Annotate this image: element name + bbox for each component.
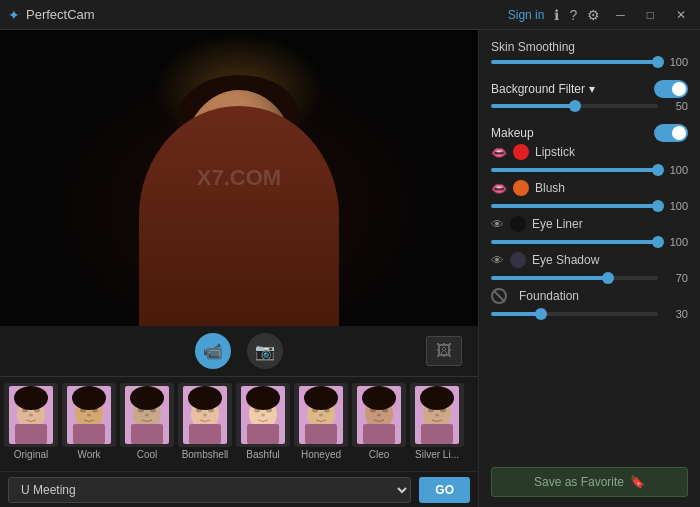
- save-favorite-label: Save as Favorite: [534, 475, 624, 489]
- help-icon[interactable]: ?: [569, 7, 577, 23]
- eye-shadow-icon: 👁: [491, 253, 504, 268]
- video-area: X7.COM: [0, 30, 478, 326]
- photo-camera-button[interactable]: 📷: [247, 333, 283, 369]
- svg-point-32: [266, 408, 272, 413]
- foundation-item: Foundation: [491, 288, 688, 304]
- eyeliner-track[interactable]: [491, 240, 658, 244]
- video-camera-button[interactable]: 📹: [195, 333, 231, 369]
- close-button[interactable]: ✕: [670, 6, 692, 24]
- skin-smoothing-track[interactable]: [491, 60, 658, 64]
- blush-icon: 👄: [491, 181, 507, 196]
- bg-filter-label-group: Background Filter ▾: [491, 82, 595, 96]
- foundation-fill: [491, 312, 541, 316]
- meeting-select[interactable]: U Meeting: [8, 477, 411, 503]
- eyeshadow-value: 70: [664, 272, 688, 284]
- eyeliner-fill: [491, 240, 658, 244]
- filter-label: Cleo: [369, 449, 390, 460]
- svg-point-17: [138, 408, 144, 413]
- foundation-label: Foundation: [519, 289, 688, 303]
- svg-point-47: [377, 414, 381, 417]
- background-filter-fill: [491, 104, 575, 108]
- background-filter-value: 50: [664, 100, 688, 112]
- filter-item[interactable]: Cool: [120, 383, 174, 460]
- video-feed: X7.COM: [0, 30, 478, 326]
- maximize-button[interactable]: □: [641, 6, 660, 24]
- skin-smoothing-section: Skin Smoothing 100: [491, 40, 688, 72]
- eyeshadow-color[interactable]: [510, 252, 526, 268]
- lipstick-fill: [491, 168, 658, 172]
- svg-rect-41: [305, 424, 337, 444]
- sign-in-button[interactable]: Sign in: [508, 8, 545, 22]
- camera-controls: 📹 📷 🖼: [0, 326, 478, 376]
- app-icon: ✦: [8, 7, 20, 23]
- svg-point-26: [203, 414, 207, 417]
- filter-item[interactable]: Cleo: [352, 383, 406, 460]
- makeup-toggle[interactable]: [654, 124, 688, 142]
- filter-item[interactable]: Bombshell: [178, 383, 232, 460]
- blush-track[interactable]: [491, 204, 658, 208]
- svg-point-51: [420, 386, 454, 410]
- filter-label: Original: [14, 449, 48, 460]
- background-filter-slider-row: 50: [491, 100, 688, 112]
- blush-slider-row: 100: [491, 200, 688, 212]
- minimize-button[interactable]: ─: [610, 6, 631, 24]
- filter-item[interactable]: Work: [62, 383, 116, 460]
- lipstick-color[interactable]: [513, 144, 529, 160]
- skin-smoothing-label: Skin Smoothing: [491, 40, 688, 54]
- background-filter-thumb: [569, 100, 581, 112]
- svg-point-2: [14, 386, 48, 410]
- svg-rect-55: [421, 424, 453, 444]
- right-panel: Skin Smoothing 100 Background Filter ▾: [478, 30, 700, 507]
- filter-item[interactable]: Honeyed: [294, 383, 348, 460]
- filter-thumbnail: [294, 383, 348, 447]
- blush-item: 👄 Blush: [491, 180, 688, 196]
- save-favorite-button[interactable]: Save as Favorite 🔖: [491, 467, 688, 497]
- lipstick-label: Lipstick: [535, 145, 688, 159]
- lipstick-slider-row: 100: [491, 164, 688, 176]
- svg-point-24: [196, 408, 202, 413]
- background-filter-track[interactable]: [491, 104, 658, 108]
- filter-label: Honeyed: [301, 449, 341, 460]
- video-icon: 📹: [203, 342, 223, 361]
- image-button[interactable]: 🖼: [426, 336, 462, 366]
- svg-point-4: [34, 408, 40, 413]
- makeup-header: Makeup: [491, 124, 688, 142]
- svg-point-54: [435, 414, 439, 417]
- go-button[interactable]: GO: [419, 477, 470, 503]
- blush-color[interactable]: [513, 180, 529, 196]
- skin-smoothing-value: 100: [664, 56, 688, 68]
- filter-label: Cool: [137, 449, 158, 460]
- filter-label: Bombshell: [182, 449, 229, 460]
- settings-icon[interactable]: ⚙: [587, 7, 600, 23]
- lipstick-thumb: [652, 164, 664, 176]
- left-panel: X7.COM 📹 📷 🖼: [0, 30, 478, 507]
- svg-rect-13: [73, 424, 105, 444]
- chevron-down-icon[interactable]: ▾: [589, 82, 595, 96]
- filter-item[interactable]: Silver Li...: [410, 383, 464, 460]
- lipstick-item: 👄 Lipstick: [491, 144, 688, 160]
- eyeshadow-track[interactable]: [491, 276, 658, 280]
- save-icon: 🔖: [630, 475, 645, 489]
- svg-point-40: [319, 414, 323, 417]
- skin-smoothing-fill: [491, 60, 658, 64]
- svg-point-39: [324, 408, 330, 413]
- svg-point-3: [22, 408, 28, 413]
- eyeliner-color[interactable]: [510, 216, 526, 232]
- svg-point-9: [72, 386, 106, 410]
- filter-thumbnail: [62, 383, 116, 447]
- eyeshadow-fill: [491, 276, 608, 280]
- lipstick-track[interactable]: [491, 168, 658, 172]
- filter-item[interactable]: Bashful: [236, 383, 290, 460]
- skin-smoothing-thumb: [652, 56, 664, 68]
- background-filter-toggle[interactable]: [654, 80, 688, 98]
- foundation-track[interactable]: [491, 312, 658, 316]
- filter-label: Work: [77, 449, 100, 460]
- eyeshadow-item: 👁 Eye Shadow: [491, 252, 688, 268]
- filter-item[interactable]: Original: [4, 383, 58, 460]
- svg-point-45: [370, 408, 376, 413]
- svg-point-44: [362, 386, 396, 410]
- main-layout: X7.COM 📹 📷 🖼: [0, 30, 700, 507]
- person-body: [139, 106, 339, 326]
- info-icon[interactable]: ℹ: [554, 7, 559, 23]
- foundation-slider-row: 30: [491, 308, 688, 320]
